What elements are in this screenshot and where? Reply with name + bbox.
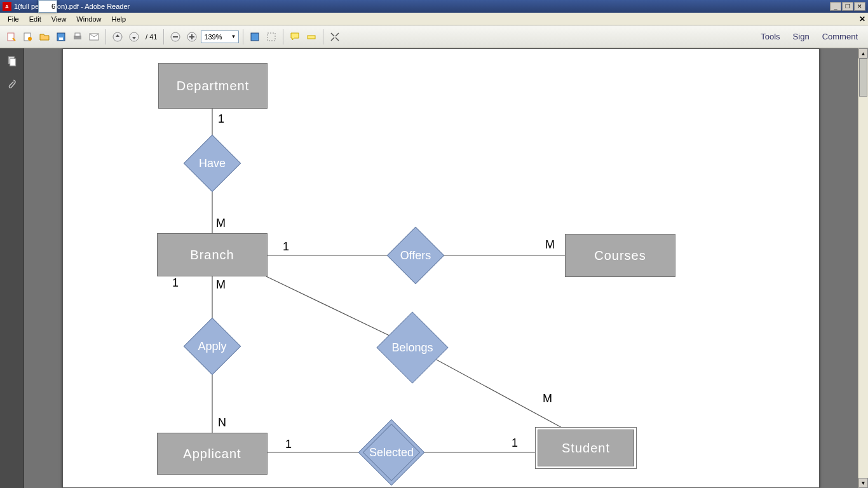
er-diagram: Department Branch Courses Applicant Stud… <box>63 49 819 487</box>
close-button[interactable]: ✕ <box>854 2 865 11</box>
vertical-scrollbar[interactable]: ▲ ▼ <box>858 48 868 488</box>
snapshot-icon[interactable] <box>264 29 279 44</box>
menu-view[interactable]: View <box>46 14 72 24</box>
create-pdf-icon[interactable] <box>20 29 36 44</box>
relationship-apply: Apply <box>192 326 233 367</box>
chevron-down-icon: ▼ <box>231 34 236 39</box>
relationship-label: Have <box>199 157 226 170</box>
page-up-icon[interactable] <box>110 29 125 44</box>
svg-rect-11 <box>173 36 178 37</box>
cardinality-applicant-selected: 1 <box>285 438 292 451</box>
thumbnails-icon[interactable] <box>3 52 22 71</box>
read-mode-icon[interactable] <box>327 29 342 44</box>
svg-line-27 <box>419 350 571 433</box>
entity-branch: Branch <box>157 233 268 276</box>
relationship-label: Selected <box>369 446 414 459</box>
zoom-in-icon[interactable] <box>184 29 200 44</box>
relationship-have: Have <box>192 143 233 184</box>
menu-edit[interactable]: Edit <box>24 14 46 24</box>
title-bar: A 1(full permission).pdf - Adobe Reader … <box>0 0 868 13</box>
save-copy-icon[interactable] <box>247 29 262 44</box>
toolbar: / 41 139%▼ Tools Sign Comment <box>0 25 868 48</box>
cardinality-belongs-student: M <box>543 392 552 405</box>
scroll-thumb[interactable] <box>859 58 867 97</box>
attachments-icon[interactable] <box>3 75 22 94</box>
entity-label: Applicant <box>183 447 241 461</box>
pdf-icon: A <box>3 2 11 11</box>
menu-bar: File Edit View Window Help ✕ <box>0 13 868 25</box>
cardinality-branch-offers: 1 <box>283 240 289 254</box>
svg-rect-16 <box>268 33 275 41</box>
relationship-label: Offers <box>400 249 431 262</box>
cardinality-have-branch: M <box>216 217 226 230</box>
comment-pane-button[interactable]: Comment <box>816 29 864 44</box>
print-icon[interactable] <box>70 29 85 44</box>
svg-rect-6 <box>75 33 80 36</box>
comment-icon[interactable] <box>287 29 302 44</box>
relationship-offers: Offers <box>395 235 436 276</box>
cardinality-apply-applicant: N <box>218 416 226 430</box>
svg-rect-15 <box>251 33 259 41</box>
sign-pane-button[interactable]: Sign <box>787 29 816 44</box>
menu-help[interactable]: Help <box>106 14 131 24</box>
close-document-button[interactable]: ✕ <box>859 15 865 24</box>
menu-window[interactable]: Window <box>71 14 106 24</box>
svg-rect-19 <box>10 59 15 66</box>
navigation-pane <box>0 48 24 488</box>
svg-rect-0 <box>8 33 14 41</box>
relationship-label: Belongs <box>391 341 433 355</box>
relationship-selected: Selected <box>368 429 415 476</box>
minimize-button[interactable]: _ <box>830 2 841 11</box>
cardinality-offers-courses: M <box>545 238 555 252</box>
zoom-value: 139% <box>204 33 222 41</box>
pdf-page: Department Branch Courses Applicant Stud… <box>62 48 820 488</box>
email-icon[interactable] <box>86 29 102 44</box>
cardinality-branch-belongs: 1 <box>172 276 179 290</box>
zoom-select[interactable]: 139%▼ <box>201 30 239 43</box>
entity-label: Student <box>562 441 610 456</box>
document-area[interactable]: Department Branch Courses Applicant Stud… <box>24 48 858 488</box>
restore-button[interactable]: ❐ <box>842 2 853 11</box>
entity-label: Department <box>177 79 250 93</box>
menu-file[interactable]: File <box>3 14 24 24</box>
cardinality-selected-student: 1 <box>512 437 518 450</box>
page-down-icon[interactable] <box>126 29 142 44</box>
window-title: 1(full permission).pdf - Adobe Reader <box>14 3 130 10</box>
svg-rect-14 <box>191 34 193 39</box>
entity-label: Branch <box>190 248 234 262</box>
export-pdf-icon[interactable] <box>4 29 19 44</box>
entity-student: Student <box>535 427 637 469</box>
entity-courses: Courses <box>565 234 675 277</box>
svg-point-2 <box>28 37 32 41</box>
scroll-down-icon[interactable]: ▼ <box>858 478 868 488</box>
relationship-belongs: Belongs <box>387 322 438 373</box>
tools-pane-button[interactable]: Tools <box>754 29 786 44</box>
entity-label: Courses <box>594 248 646 263</box>
scroll-up-icon[interactable]: ▲ <box>858 48 868 58</box>
save-icon[interactable] <box>53 29 69 44</box>
page-total: 41 <box>149 33 157 41</box>
page-count-label: / 41 <box>143 33 159 41</box>
cardinality-branch-apply: M <box>216 278 226 292</box>
highlight-icon[interactable] <box>304 29 319 44</box>
page-number-input[interactable] <box>38 0 57 13</box>
relationship-label: Apply <box>198 340 226 353</box>
entity-department: Department <box>158 63 268 109</box>
zoom-out-icon[interactable] <box>168 29 183 44</box>
open-icon[interactable] <box>37 29 52 44</box>
cardinality-dept-have: 1 <box>218 112 224 126</box>
entity-applicant: Applicant <box>157 433 268 475</box>
svg-rect-17 <box>308 36 315 39</box>
svg-rect-4 <box>59 37 63 40</box>
